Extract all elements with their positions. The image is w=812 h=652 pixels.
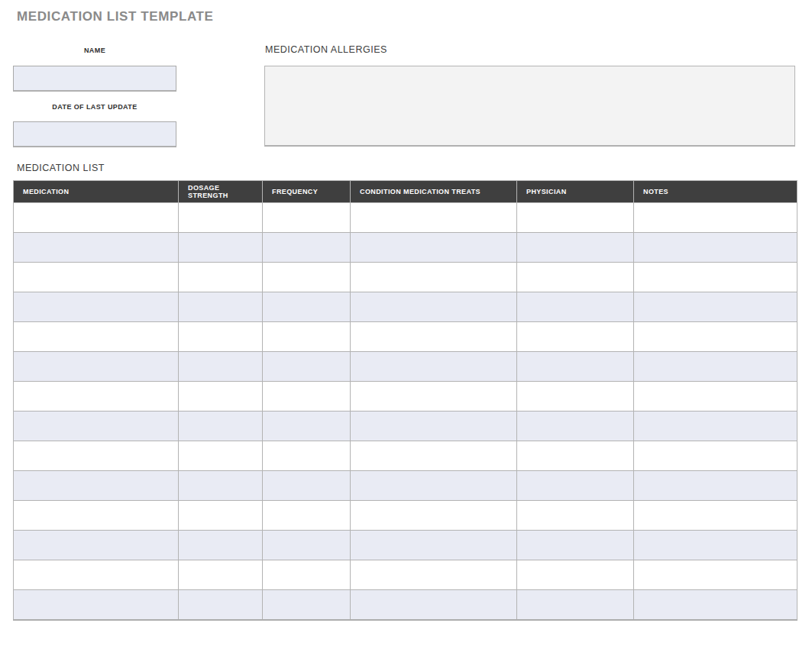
date-of-last-update-input[interactable] — [13, 121, 176, 147]
table-cell[interactable] — [634, 292, 797, 322]
table-cell[interactable] — [634, 382, 797, 412]
table-row — [14, 590, 797, 620]
table-cell[interactable] — [517, 382, 634, 412]
table-cell[interactable] — [517, 501, 634, 531]
table-row — [14, 471, 797, 501]
table-cell[interactable] — [263, 531, 351, 560]
table-cell[interactable] — [263, 501, 351, 531]
table-cell[interactable] — [517, 352, 634, 382]
table-cell[interactable] — [179, 352, 263, 382]
table-cell[interactable] — [351, 531, 517, 560]
table-row — [14, 233, 797, 263]
table-cell[interactable] — [14, 441, 179, 471]
table-cell[interactable] — [263, 203, 351, 233]
table-cell[interactable] — [517, 531, 634, 560]
table-cell[interactable] — [634, 233, 797, 263]
table-cell[interactable] — [634, 322, 797, 352]
table-cell[interactable] — [517, 263, 634, 292]
table-cell[interactable] — [634, 471, 797, 501]
table-cell[interactable] — [351, 382, 517, 412]
table-cell[interactable] — [517, 441, 634, 471]
table-row — [14, 352, 797, 382]
table-cell[interactable] — [517, 412, 634, 441]
table-cell[interactable] — [517, 560, 634, 590]
table-cell[interactable] — [14, 322, 179, 352]
table-cell[interactable] — [351, 203, 517, 233]
table-cell[interactable] — [634, 531, 797, 560]
table-cell[interactable] — [351, 560, 517, 590]
medication-list-label: MEDICATION LIST — [17, 163, 105, 173]
table-cell[interactable] — [263, 322, 351, 352]
table-cell[interactable] — [351, 501, 517, 531]
medication-allergies-label: MEDICATION ALLERGIES — [265, 44, 387, 55]
table-cell[interactable] — [179, 322, 263, 352]
table-cell[interactable] — [263, 292, 351, 322]
table-cell[interactable] — [634, 501, 797, 531]
table-cell[interactable] — [179, 382, 263, 412]
table-cell[interactable] — [517, 471, 634, 501]
table-cell[interactable] — [351, 441, 517, 471]
table-cell[interactable] — [634, 263, 797, 292]
table-cell[interactable] — [263, 352, 351, 382]
table-cell[interactable] — [517, 322, 634, 352]
table-row — [14, 382, 797, 412]
table-cell[interactable] — [14, 412, 179, 441]
table-cell[interactable] — [14, 501, 179, 531]
table-cell[interactable] — [179, 441, 263, 471]
medication-list-table: MEDICATIONDOSAGE STRENGTHFREQUENCYCONDIT… — [13, 180, 797, 621]
table-cell[interactable] — [517, 203, 634, 233]
table-cell[interactable] — [179, 263, 263, 292]
table-cell[interactable] — [263, 382, 351, 412]
table-cell[interactable] — [263, 233, 351, 263]
table-cell[interactable] — [634, 560, 797, 590]
table-cell[interactable] — [179, 471, 263, 501]
medication-allergies-textarea[interactable] — [264, 66, 795, 147]
table-cell[interactable] — [263, 590, 351, 620]
table-cell[interactable] — [517, 292, 634, 322]
table-cell[interactable] — [179, 233, 263, 263]
table-cell[interactable] — [14, 352, 179, 382]
table-cell[interactable] — [263, 263, 351, 292]
table-cell[interactable] — [634, 441, 797, 471]
table-cell[interactable] — [263, 471, 351, 501]
table-row — [14, 560, 797, 590]
table-cell[interactable] — [351, 292, 517, 322]
table-cell[interactable] — [351, 471, 517, 501]
table-cell[interactable] — [179, 531, 263, 560]
table-cell[interactable] — [263, 412, 351, 441]
table-cell[interactable] — [14, 590, 179, 620]
table-cell[interactable] — [14, 560, 179, 590]
table-cell[interactable] — [351, 412, 517, 441]
table-cell[interactable] — [263, 441, 351, 471]
table-cell[interactable] — [634, 352, 797, 382]
name-input[interactable] — [13, 66, 176, 92]
table-cell[interactable] — [351, 352, 517, 382]
table-cell[interactable] — [517, 233, 634, 263]
table-cell[interactable] — [14, 203, 179, 233]
table-cell[interactable] — [351, 322, 517, 352]
table-cell[interactable] — [179, 292, 263, 322]
table-cell[interactable] — [634, 412, 797, 441]
table-row — [14, 441, 797, 471]
column-header-dosage-strength: DOSAGE STRENGTH — [179, 181, 263, 203]
table-cell[interactable] — [517, 590, 634, 620]
table-cell[interactable] — [634, 590, 797, 620]
table-cell[interactable] — [179, 501, 263, 531]
table-cell[interactable] — [14, 531, 179, 560]
table-cell[interactable] — [634, 203, 797, 233]
table-cell[interactable] — [179, 590, 263, 620]
table-cell[interactable] — [351, 590, 517, 620]
date-of-last-update-label: DATE OF LAST UPDATE — [13, 103, 176, 111]
table-cell[interactable] — [14, 292, 179, 322]
table-cell[interactable] — [263, 560, 351, 590]
table-cell[interactable] — [351, 233, 517, 263]
table-cell[interactable] — [14, 471, 179, 501]
table-cell[interactable] — [14, 233, 179, 263]
table-cell[interactable] — [14, 382, 179, 412]
table-cell[interactable] — [351, 263, 517, 292]
table-cell[interactable] — [179, 412, 263, 441]
table-cell[interactable] — [179, 560, 263, 590]
medication-list-template-page: MEDICATION LIST TEMPLATE NAME DATE OF LA… — [0, 0, 812, 652]
table-cell[interactable] — [14, 263, 179, 292]
table-cell[interactable] — [179, 203, 263, 233]
